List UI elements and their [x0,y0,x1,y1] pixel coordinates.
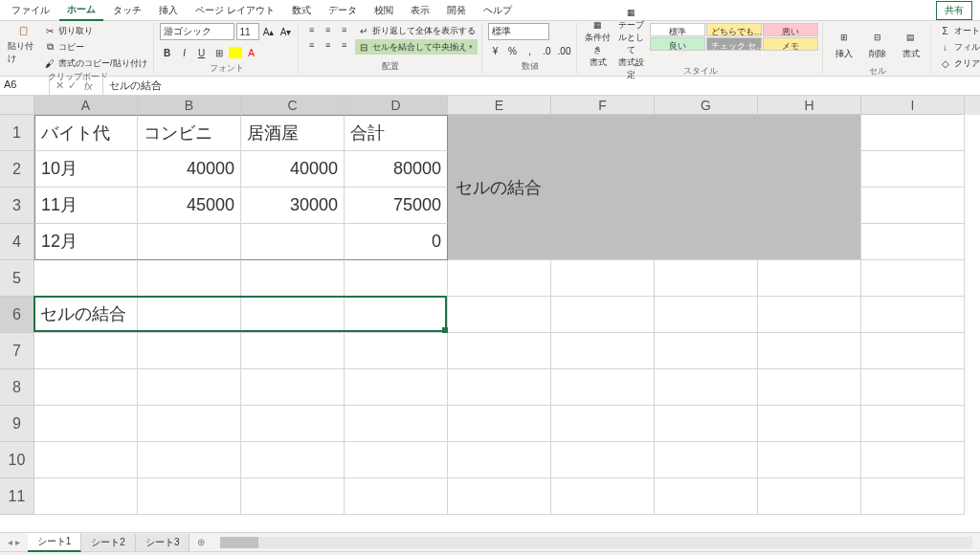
wrap-text-button[interactable]: ↵折り返して全体を表示する [355,23,478,38]
paste-button[interactable]: 📋 貼り付け [8,23,38,65]
format-table-button[interactable]: ▦テーブルとして 書式設定 [616,23,647,65]
col-header-F[interactable]: F [551,96,655,115]
cell-A4[interactable]: 12月 [34,224,138,260]
tab-home[interactable]: ホーム [59,0,103,21]
cell-I8[interactable] [861,369,965,406]
row-header-2[interactable]: 2 [0,151,34,188]
cell-D10[interactable] [345,442,448,478]
cell-B6[interactable] [138,297,241,333]
cell-D9[interactable] [345,406,448,442]
style-good[interactable]: 良い [650,37,705,51]
cell-C1[interactable]: 居酒屋 [241,115,345,151]
style-check[interactable]: チェック セ… [706,37,762,51]
cell-D8[interactable] [345,369,448,406]
cells-area[interactable]: バイト代 コンビニ 居酒屋 合計 10月 40000 40000 80000 [34,115,965,515]
cell-G8[interactable] [655,369,758,406]
tab-touch[interactable]: タッチ [105,1,149,20]
border-button[interactable]: ⊞ [212,45,227,60]
row-header-4[interactable]: 4 [0,224,34,260]
cell-F7[interactable] [551,333,655,369]
cell-A5[interactable] [34,260,138,297]
cell-E5[interactable] [448,260,551,297]
cell-G6[interactable] [655,297,758,333]
cell-D6[interactable] [345,297,448,333]
tab-review[interactable]: 校閲 [367,1,401,20]
col-header-G[interactable]: G [655,96,758,115]
cell-C6[interactable] [241,297,345,333]
merge-center-button[interactable]: ⊟セルを結合して中央揃え▾ [355,39,478,55]
sheet-tab-1[interactable]: シート1 [28,533,82,552]
cell-F6[interactable] [551,297,655,333]
cell-E9[interactable] [448,406,551,442]
font-color-button[interactable]: A [244,45,259,60]
cell-A6[interactable]: セルの結合 [34,297,138,333]
cell-B2[interactable]: 40000 [138,151,241,188]
conditional-format-button[interactable]: ▦条件付き 書式 [583,23,613,65]
cell-F9[interactable] [551,406,655,442]
format-button[interactable]: ▤書式 [896,23,926,65]
cell-I7[interactable] [861,333,965,369]
cell-I6[interactable] [861,297,965,333]
cut-button[interactable]: ✂切り取り [41,23,149,38]
fill-color-button[interactable] [229,47,242,58]
tab-data[interactable]: データ [321,1,365,20]
tab-file[interactable]: ファイル [4,1,57,20]
tab-view[interactable]: 表示 [403,1,437,20]
row-header-1[interactable]: 1 [0,115,34,151]
cell-E8[interactable] [448,369,551,406]
horizontal-scrollbar[interactable] [220,537,972,548]
decrease-decimal-button[interactable]: .00 [557,43,572,58]
cell-D1[interactable]: 合計 [345,115,448,151]
cancel-formula-button[interactable]: ✕ [56,79,64,92]
cell-I2[interactable] [861,151,965,188]
percent-button[interactable]: % [505,43,521,58]
merged-cell-E1-H4[interactable]: セルの結合 [448,115,861,260]
cell-H7[interactable] [758,333,861,369]
formula-input[interactable]: セルの結合 [103,77,980,95]
cell-H8[interactable] [758,369,861,406]
col-header-E[interactable]: E [448,96,551,115]
tab-help[interactable]: ヘルプ [476,1,520,20]
cell-F5[interactable] [551,260,655,297]
comma-button[interactable]: , [523,43,538,58]
cell-F8[interactable] [551,369,655,406]
cell-C7[interactable] [241,333,345,369]
increase-font-button[interactable]: A▴ [261,24,277,39]
cell-C9[interactable] [241,406,345,442]
cell-D3[interactable]: 75000 [345,188,448,224]
copy-button[interactable]: ⧉コピー [41,39,149,55]
autosum-button[interactable]: Σオート SUM [937,23,980,38]
cell-A11[interactable] [34,478,138,515]
cell-A8[interactable] [34,369,138,406]
cell-C3[interactable]: 30000 [241,188,345,224]
number-format-select[interactable]: 標準 [488,23,549,40]
tab-insert[interactable]: 挿入 [151,1,186,20]
style-neutral[interactable]: どちらでも… [706,23,762,36]
style-normal[interactable]: 標準 [650,23,705,36]
accept-formula-button[interactable]: ✓ [68,79,77,92]
cell-G10[interactable] [655,442,758,478]
cell-F10[interactable] [551,442,655,478]
col-header-B[interactable]: B [138,96,241,115]
italic-button[interactable]: I [177,45,192,60]
cell-C5[interactable] [241,260,345,297]
cell-E10[interactable] [448,442,551,478]
format-painter-button[interactable]: 🖌書式のコピー/貼り付け [41,56,149,71]
cell-G5[interactable] [655,260,758,297]
style-bad[interactable]: 悪い [763,23,818,36]
decrease-font-button[interactable]: A▾ [278,24,294,39]
cell-H9[interactable] [758,406,861,442]
cell-C4[interactable] [241,224,345,260]
cell-G7[interactable] [655,333,758,369]
cell-G9[interactable] [655,406,758,442]
cell-E6[interactable] [448,297,551,333]
cell-G11[interactable] [655,478,758,515]
cell-H10[interactable] [758,442,861,478]
cell-B11[interactable] [138,478,241,515]
cell-B4[interactable] [138,224,241,260]
cell-F11[interactable] [551,478,655,515]
cell-B8[interactable] [138,369,241,406]
scroll-thumb[interactable] [220,537,258,548]
cell-D11[interactable] [345,478,448,515]
fx-icon[interactable]: fx [80,80,97,92]
